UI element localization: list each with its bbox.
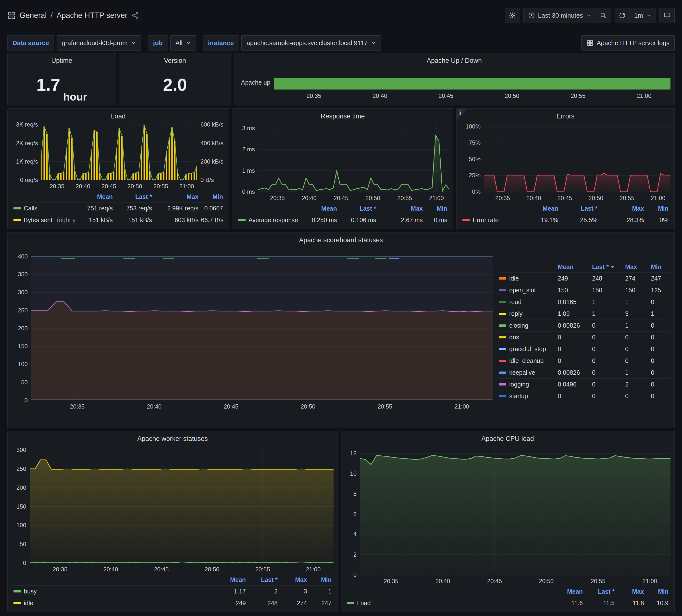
legend-col-label: Max	[632, 205, 644, 212]
worker-statuses-chart[interactable]: 05010015020025030020:3520:4020:4520:5020…	[12, 444, 334, 574]
y-axis-left: 0 req/s1K req/s2K req/s3K req/s	[12, 122, 41, 180]
legend-col-min[interactable]: Min	[644, 205, 668, 212]
panel-title[interactable]: Load	[12, 111, 225, 122]
panel-title[interactable]: Version	[123, 55, 227, 66]
share-icon[interactable]	[131, 12, 139, 19]
legend-col-min[interactable]: Min	[307, 576, 332, 584]
legend-col-last[interactable]: Last *	[246, 576, 278, 584]
series-toggle[interactable]: idle	[14, 599, 215, 607]
errors-chart[interactable]: 0%25%50%75%100%20:3520:4020:4520:5020:55…	[460, 122, 670, 203]
legend-col-max[interactable]: Max	[376, 205, 423, 212]
legend-col-max[interactable]: Max	[278, 576, 307, 584]
legend-col-last[interactable]: Last *	[583, 588, 615, 595]
legend-row: startup0000	[499, 390, 670, 402]
legend-col-max[interactable]: Max	[152, 193, 199, 200]
panel-title[interactable]: Apache worker statuses	[12, 433, 334, 444]
legend-value: 0.0165	[555, 299, 590, 306]
plot-area[interactable]	[360, 444, 670, 575]
legend-col-mean[interactable]: Mean	[522, 205, 558, 212]
series-toggle[interactable]: idle_cleanup	[499, 357, 555, 365]
legend-col-min[interactable]: Min	[649, 263, 670, 270]
panel-title[interactable]: Apache scoreboard statuses	[12, 235, 670, 246]
apache-up-timeline[interactable]: 20:3520:4020:4520:5020:5521:00	[274, 66, 670, 103]
legend-col-max[interactable]: Max	[623, 263, 649, 270]
legend-col-last[interactable]: Last *	[590, 263, 623, 270]
plot-area[interactable]	[41, 122, 197, 180]
instance-select[interactable]: apache.sample-apps.svc.cluster.local:911…	[242, 35, 381, 50]
legend-col-mean[interactable]: Mean	[300, 205, 337, 212]
legend-value: 248	[246, 599, 278, 607]
x-axis: 20:3520:4020:4520:5020:5521:00	[274, 89, 670, 103]
info-icon[interactable]: i	[459, 109, 461, 116]
series-toggle[interactable]: Bytes sent(right y-axis)	[14, 217, 76, 224]
series-toggle[interactable]: idle	[499, 275, 555, 282]
series-toggle[interactable]: busy	[14, 588, 215, 595]
legend-col-min[interactable]: Min	[423, 205, 447, 212]
series-toggle[interactable]: reply	[499, 310, 555, 317]
cpu-load-chart[interactable]: 02468101220:3520:4020:4520:5020:5521:00	[345, 444, 670, 586]
legend-value: 0	[590, 381, 623, 388]
magnifier-minus-icon	[600, 12, 607, 19]
plot-area[interactable]	[484, 122, 670, 192]
plot-area[interactable]	[31, 246, 493, 400]
series-toggle[interactable]: startup	[499, 393, 555, 400]
load-chart[interactable]: 0 req/s1K req/s2K req/s3K req/s0 B/s200 …	[12, 122, 225, 191]
panel-title[interactable]: Apache Up / Down	[238, 55, 670, 66]
series-color-chip	[499, 372, 506, 374]
series-toggle[interactable]: Load	[347, 599, 552, 607]
settings-button[interactable]	[505, 8, 520, 23]
response-time-chart[interactable]: 0 ms1 ms2 ms3 ms20:3520:4020:4520:5020:5…	[236, 122, 449, 203]
panel-title[interactable]: Response time	[236, 111, 449, 122]
legend-col-mean[interactable]: Mean	[555, 263, 590, 270]
x-tick-label: 20:50	[539, 578, 553, 585]
series-toggle[interactable]: Error rate	[462, 217, 522, 224]
apache-logs-link-button[interactable]: Apache HTTP server logs	[581, 35, 675, 50]
series-toggle[interactable]: open_slot	[499, 287, 555, 294]
job-select[interactable]: All	[170, 35, 196, 50]
series-toggle[interactable]: closing	[499, 322, 555, 329]
y-tick-label: 1K req/s	[16, 158, 38, 165]
series-color-chip	[499, 325, 506, 327]
legend-col-last[interactable]: Last *	[337, 205, 376, 212]
legend-col-mean[interactable]: Mean	[552, 588, 583, 595]
refresh-interval-picker[interactable]: 1m	[630, 8, 656, 23]
instance-value: apache.sample-apps.svc.cluster.local:911…	[247, 39, 368, 47]
y-axis-left: 0 ms1 ms2 ms3 ms	[236, 122, 258, 192]
legend-col-last[interactable]: Last *	[113, 193, 152, 200]
datasource-select[interactable]: grafanacloud-k3d-prom	[56, 35, 141, 50]
breadcrumb-folder[interactable]: General	[20, 11, 47, 20]
plot-area[interactable]	[258, 122, 449, 192]
legend-col-min[interactable]: Min	[199, 193, 223, 200]
series-toggle[interactable]: logging	[499, 381, 555, 388]
panel-title[interactable]: Errors	[460, 111, 670, 122]
clock-icon	[528, 12, 535, 19]
series-toggle[interactable]: read	[499, 299, 555, 306]
x-tick-label: 20:55	[571, 92, 586, 99]
legend-col-max[interactable]: Max	[615, 588, 644, 595]
legend-col-label: Min	[212, 193, 223, 200]
tv-mode-button[interactable]	[659, 8, 675, 23]
legend-col-last[interactable]: Last *	[558, 205, 597, 212]
series-toggle[interactable]: keepalive	[499, 369, 555, 376]
x-tick-label: 20:40	[147, 403, 161, 410]
y-tick-label: 0%	[472, 188, 481, 195]
legend-col-mean[interactable]: Mean	[215, 576, 246, 584]
panel-title[interactable]: Apache CPU load	[345, 433, 670, 444]
series-toggle[interactable]: dns	[499, 334, 555, 341]
legend-col-mean[interactable]: Mean	[76, 193, 113, 200]
zoom-out-button[interactable]	[596, 8, 611, 23]
legend-col-label: Last *	[592, 263, 609, 270]
refresh-button[interactable]	[615, 8, 630, 23]
legend-col-min[interactable]: Min	[644, 588, 668, 595]
series-toggle[interactable]: Average response time	[238, 217, 300, 224]
series-toggle[interactable]: graceful_stop	[499, 346, 555, 353]
refresh-controls: 1m	[615, 8, 656, 23]
legend-col-max[interactable]: Max	[597, 205, 644, 212]
breadcrumb-page-title[interactable]: Apache HTTP server	[56, 11, 128, 20]
series-toggle[interactable]: Calls	[14, 205, 76, 212]
panel-title[interactable]: Uptime	[12, 55, 112, 66]
legend-value: 0.00826	[555, 369, 590, 376]
time-range-picker[interactable]: Last 30 minutes	[523, 8, 596, 23]
plot-area[interactable]	[30, 444, 334, 563]
scoreboard-chart[interactable]: 05010015020025030035040020:3520:4020:452…	[12, 246, 493, 412]
